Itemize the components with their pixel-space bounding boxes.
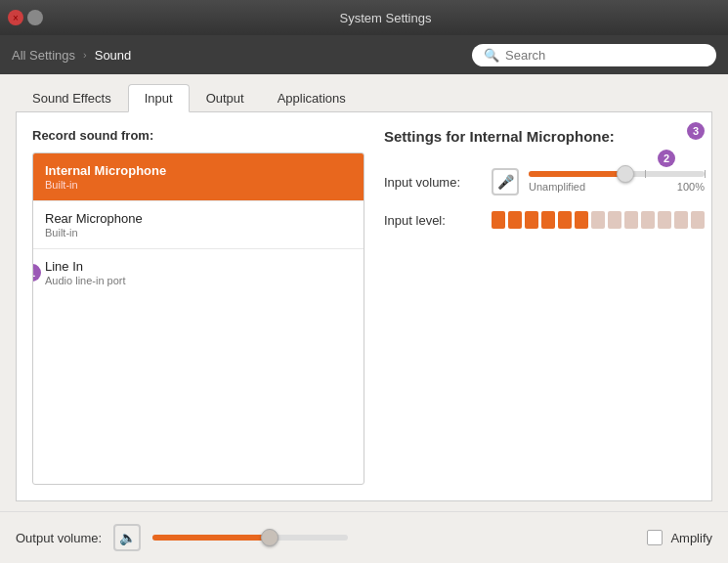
breadcrumb-current: Sound	[95, 48, 132, 63]
tabs-bar: Sound Effects Input Output Applications	[16, 84, 712, 112]
tab-output[interactable]: Output	[190, 84, 261, 111]
search-icon: 🔍	[484, 48, 499, 63]
annotation-3: 3	[687, 122, 705, 140]
level-bar	[591, 211, 605, 229]
amplify-checkbox[interactable]	[647, 530, 663, 545]
list-item[interactable]: Rear Microphone Built-in	[33, 201, 364, 249]
level-bar	[575, 211, 588, 229]
source-sub: Built-in	[45, 227, 352, 238]
level-bar	[558, 211, 572, 229]
mic-icon[interactable]: 🎤	[492, 168, 519, 195]
source-name: Line In	[45, 259, 352, 274]
record-from-heading: Record sound from:	[32, 128, 364, 143]
navbar: All Settings › Sound 🔍	[0, 35, 728, 74]
level-bar	[658, 211, 671, 229]
window-title: System Settings	[51, 11, 720, 25]
output-slider-thumb[interactable]	[261, 529, 278, 546]
search-box: 🔍	[472, 44, 716, 66]
source-name: Rear Microphone	[45, 211, 352, 226]
level-bar	[691, 211, 705, 229]
annotation-1: 1	[32, 264, 41, 282]
level-bars	[492, 211, 705, 229]
level-bar	[674, 211, 688, 229]
left-panel: Record sound from: Internal Microphone B…	[32, 128, 364, 485]
input-level-label: Input level:	[384, 213, 482, 228]
window-controls: ×	[8, 10, 43, 25]
output-slider-fill	[152, 535, 270, 541]
source-name: Internal Microphone	[45, 163, 352, 178]
level-bar	[608, 211, 621, 229]
all-settings-link[interactable]: All Settings	[12, 48, 75, 63]
level-bar	[624, 211, 638, 229]
settings-title: Settings for Internal Microphone:	[384, 128, 705, 145]
output-volume-label: Output volume:	[16, 531, 102, 545]
level-bar	[541, 211, 555, 229]
minimize-button[interactable]	[27, 10, 43, 25]
annotation-2: 2	[658, 150, 675, 167]
tab-sound-effects[interactable]: Sound Effects	[16, 84, 128, 111]
speaker-icon[interactable]: 🔈	[113, 524, 141, 551]
tab-input[interactable]: Input	[128, 84, 190, 112]
right-panel: 3 Settings for Internal Microphone: Inpu…	[364, 128, 705, 485]
slider-fill	[529, 171, 625, 177]
input-volume-label: Input volume:	[384, 175, 482, 190]
label-unamplified: Unamplified	[529, 181, 585, 193]
breadcrumb: All Settings › Sound	[12, 48, 131, 63]
source-sub: Audio line-in port	[45, 275, 352, 286]
content-panel: Record sound from: Internal Microphone B…	[16, 112, 712, 501]
level-bar	[508, 211, 522, 229]
list-item[interactable]: 1 Line In Audio line-in port	[33, 249, 364, 296]
input-volume-slider[interactable]: 2 Unamplified 100%	[529, 171, 705, 193]
source-list: Internal Microphone Built-in Rear Microp…	[32, 152, 364, 485]
main-content: Sound Effects Input Output Applications …	[0, 74, 728, 511]
amplify-label: Amplify	[670, 531, 712, 545]
level-bar	[492, 211, 505, 229]
level-bar	[641, 211, 655, 229]
bottom-bar: Output volume: 🔈 Amplify	[0, 512, 728, 563]
list-item[interactable]: Internal Microphone Built-in	[33, 153, 364, 201]
source-sub: Built-in	[45, 179, 352, 191]
search-input[interactable]	[505, 48, 705, 63]
level-bar	[525, 211, 538, 229]
label-100: 100%	[677, 181, 705, 193]
amplify-area: Amplify	[647, 530, 712, 545]
output-volume-slider[interactable]	[152, 535, 348, 541]
slider-labels: Unamplified 100%	[529, 181, 705, 193]
slider-track: 2	[529, 171, 705, 177]
slider-thumb[interactable]	[617, 165, 634, 183]
titlebar: × System Settings	[0, 0, 728, 35]
close-button[interactable]: ×	[8, 10, 23, 25]
input-level-row: Input level:	[384, 211, 705, 229]
input-volume-row: Input volume: 🎤 2 Unamplified 100%	[384, 168, 705, 195]
breadcrumb-separator: ›	[83, 49, 87, 61]
tab-applications[interactable]: Applications	[261, 84, 363, 111]
